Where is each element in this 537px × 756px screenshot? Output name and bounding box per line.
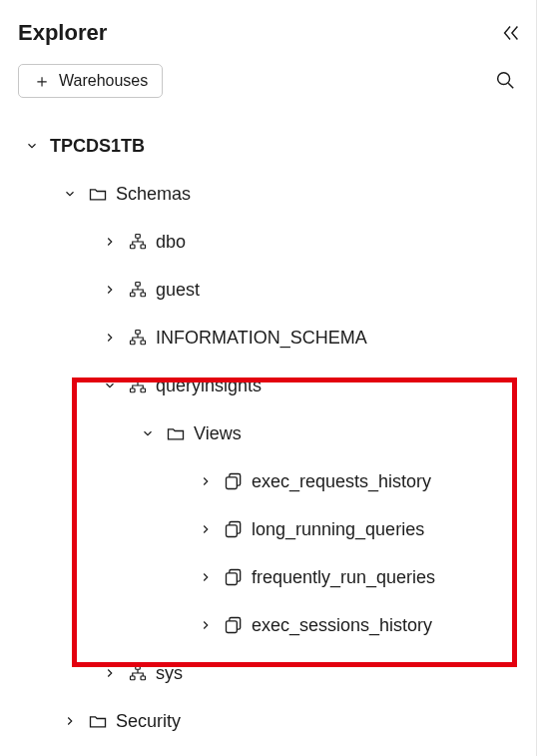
chevron-right-icon	[60, 714, 80, 728]
view-icon	[224, 567, 244, 587]
tree-node-views-folder[interactable]: Views	[18, 409, 526, 457]
svg-rect-9	[131, 341, 136, 345]
chevron-right-icon	[100, 666, 120, 680]
view-icon	[224, 471, 244, 491]
search-icon	[494, 69, 516, 91]
chevron-double-left-icon	[500, 22, 522, 44]
svg-point-0	[498, 72, 510, 84]
svg-rect-12	[131, 388, 136, 392]
tree-node-view-long-running-queries[interactable]: long_running_queries	[18, 505, 526, 553]
tree-node-label: queryinsights	[156, 376, 262, 396]
svg-rect-19	[227, 573, 238, 585]
view-icon	[224, 519, 244, 539]
folder-icon	[88, 184, 108, 204]
chevron-down-icon	[22, 139, 42, 153]
chevron-right-icon	[196, 522, 216, 536]
schema-icon	[128, 281, 148, 299]
svg-line-1	[508, 83, 513, 88]
explorer-title: Explorer	[18, 20, 107, 46]
svg-rect-10	[141, 341, 146, 345]
explorer-header: Explorer	[18, 12, 526, 64]
explorer-toolbar: ＋ Warehouses	[18, 64, 526, 116]
tree-node-schema-guest[interactable]: guest	[18, 266, 526, 314]
explorer-tree: TPCDS1TB Schemas dbo	[18, 116, 526, 745]
tree-node-label: exec_requests_history	[252, 471, 431, 492]
svg-rect-17	[227, 525, 238, 537]
tree-node-label: frequently_run_queries	[252, 567, 435, 588]
svg-rect-13	[141, 388, 146, 392]
schema-icon	[128, 664, 148, 682]
folder-icon	[88, 711, 108, 731]
schema-icon	[128, 377, 148, 394]
chevron-down-icon	[60, 187, 80, 201]
explorer-panel: Explorer ＋ Warehouses TPCDS1TB	[0, 0, 537, 756]
tree-node-label: TPCDS1TB	[50, 136, 145, 157]
tree-node-database[interactable]: TPCDS1TB	[18, 122, 526, 170]
schema-icon	[128, 233, 148, 251]
tree-node-label: sys	[156, 663, 183, 684]
svg-rect-6	[131, 293, 136, 297]
tree-node-label: exec_sessions_history	[252, 615, 432, 636]
tree-node-schemas-folder[interactable]: Schemas	[18, 170, 526, 218]
chevron-right-icon	[196, 474, 216, 488]
svg-rect-3	[131, 245, 136, 249]
plus-icon: ＋	[33, 72, 51, 90]
svg-rect-15	[227, 477, 238, 489]
collapse-panel-button[interactable]	[500, 22, 522, 44]
tree-node-label: Security	[116, 711, 181, 732]
tree-node-label: guest	[156, 280, 200, 301]
svg-rect-22	[136, 666, 141, 670]
tree-node-schema-queryinsights[interactable]: queryinsights	[18, 362, 526, 409]
tree-node-schema-dbo[interactable]: dbo	[18, 218, 526, 266]
add-warehouse-label: Warehouses	[59, 72, 148, 90]
svg-rect-8	[136, 331, 141, 335]
tree-node-security-folder[interactable]: Security	[18, 697, 526, 745]
tree-node-view-exec-sessions-history[interactable]: exec_sessions_history	[18, 601, 526, 649]
view-icon	[224, 615, 244, 635]
search-button[interactable]	[490, 65, 520, 98]
svg-rect-21	[227, 621, 238, 633]
tree-node-view-frequently-run-queries[interactable]: frequently_run_queries	[18, 553, 526, 601]
svg-rect-4	[141, 245, 146, 249]
chevron-down-icon	[100, 378, 120, 392]
chevron-right-icon	[100, 235, 120, 249]
chevron-down-icon	[138, 426, 158, 440]
tree-node-label: dbo	[156, 232, 186, 253]
add-warehouse-button[interactable]: ＋ Warehouses	[18, 64, 163, 98]
chevron-right-icon	[100, 283, 120, 297]
folder-icon	[166, 423, 186, 443]
tree-node-view-exec-requests-history[interactable]: exec_requests_history	[18, 457, 526, 505]
tree-node-label: long_running_queries	[252, 519, 424, 540]
tree-node-label: INFORMATION_SCHEMA	[156, 328, 367, 349]
chevron-right-icon	[100, 331, 120, 345]
svg-rect-11	[136, 378, 141, 382]
tree-node-label: Schemas	[116, 184, 191, 205]
svg-rect-23	[131, 676, 136, 680]
schema-icon	[128, 329, 148, 347]
svg-rect-5	[136, 283, 141, 287]
tree-node-schema-sys[interactable]: sys	[18, 649, 526, 697]
svg-rect-2	[136, 235, 141, 239]
tree-node-label: Views	[194, 423, 242, 444]
chevron-right-icon	[196, 570, 216, 584]
chevron-right-icon	[196, 618, 216, 632]
svg-rect-24	[141, 676, 146, 680]
svg-rect-7	[141, 293, 146, 297]
tree-node-schema-information-schema[interactable]: INFORMATION_SCHEMA	[18, 314, 526, 362]
